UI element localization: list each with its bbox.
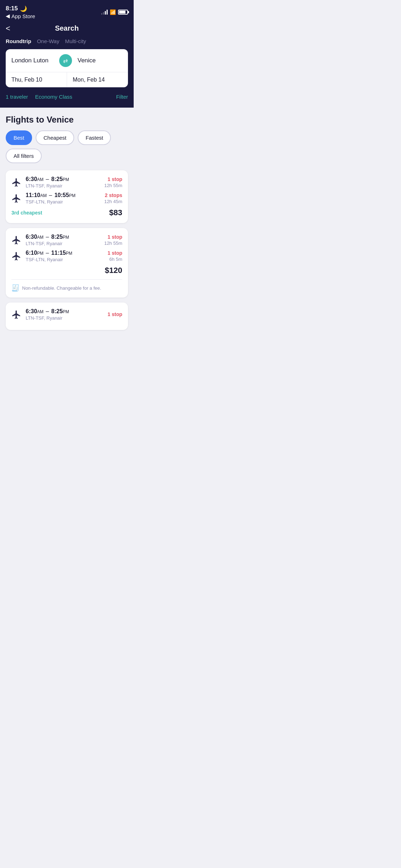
plane-icon bbox=[11, 177, 21, 187]
flight-time-1: 6:30AM – 8:25PM bbox=[26, 176, 104, 182]
sort-tabs: Best Cheapest Fastest All filters bbox=[6, 130, 128, 163]
stops-badge-3: 1 stop bbox=[104, 234, 122, 240]
sort-tab-allfilters[interactable]: All filters bbox=[6, 149, 42, 163]
flight-info-2: 11:10AM – 10:55PM TSF-LTN, Ryanair bbox=[26, 192, 104, 205]
flight-route-3: LTN-TSF, Ryanair bbox=[26, 241, 104, 246]
flight-leg-2: 11:10AM – 10:55PM TSF-LTN, Ryanair 2 sto… bbox=[11, 192, 122, 205]
price-1: $83 bbox=[109, 208, 122, 217]
flight-time-3: 6:30AM – 8:25PM bbox=[26, 234, 104, 240]
flight-leg-1: 6:30AM – 8:25PM LTN-TSF, Ryanair 1 stop … bbox=[11, 176, 122, 188]
travelers-selector[interactable]: 1 traveler bbox=[6, 94, 28, 100]
status-bar: 8:15 🌙 ◀ App Store 📶 bbox=[0, 0, 134, 21]
flight-time-2: 11:10AM – 10:55PM bbox=[26, 192, 104, 198]
header-nav: < Search bbox=[6, 24, 128, 32]
app-store-label: App Store bbox=[11, 13, 35, 19]
sort-tab-fastest[interactable]: Fastest bbox=[78, 130, 111, 145]
card-footer-1: 3rd cheapest $83 bbox=[11, 208, 122, 217]
flight-card-2[interactable]: 6:30AM – 8:25PM LTN-TSF, Ryanair 1 stop … bbox=[6, 228, 128, 298]
status-right: 📶 bbox=[101, 9, 128, 15]
flight-stops-5: 1 stop bbox=[108, 311, 122, 318]
flight-info-1: 6:30AM – 8:25PM LTN-TSF, Ryanair bbox=[26, 176, 104, 188]
flight-info-4: 6:10PM – 11:15PM TSF-LTN, Ryanair bbox=[26, 250, 108, 262]
flight-time-5: 6:30AM – 8:25PM bbox=[26, 308, 108, 315]
trip-type-tabs: Roundtrip One-Way Multi-city bbox=[6, 38, 128, 44]
back-chevron-icon: ◀ bbox=[6, 13, 10, 19]
section-title: Flights to Venice bbox=[6, 115, 128, 125]
from-airport-input[interactable]: London Luton bbox=[11, 57, 56, 64]
flight-info-5: 6:30AM – 8:25PM LTN-TSF, Ryanair bbox=[26, 308, 108, 321]
refund-note: 🧾 Non-refundable. Changeable for a fee. bbox=[11, 284, 122, 292]
stops-badge-1: 1 stop bbox=[104, 176, 122, 182]
back-button[interactable]: < bbox=[6, 24, 10, 33]
battery-icon bbox=[118, 10, 128, 15]
flight-duration-2: 12h 45m bbox=[104, 199, 122, 204]
tab-multicity[interactable]: Multi-city bbox=[65, 38, 86, 44]
tab-roundtrip[interactable]: Roundtrip bbox=[6, 38, 31, 44]
flight-leg-5: 6:30AM – 8:25PM LTN-TSF, Ryanair 1 stop bbox=[11, 308, 122, 321]
date-row: Thu, Feb 10 Mon, Feb 14 bbox=[6, 72, 128, 87]
price-section-2: $120 bbox=[11, 266, 122, 275]
moon-icon: 🌙 bbox=[20, 5, 27, 12]
sort-tab-cheapest[interactable]: Cheapest bbox=[36, 130, 74, 145]
flight-card-1[interactable]: 6:30AM – 8:25PM LTN-TSF, Ryanair 1 stop … bbox=[6, 170, 128, 223]
page-title: Search bbox=[55, 24, 79, 32]
flight-duration-3: 12h 55m bbox=[104, 241, 122, 246]
flight-leg-4: 6:10PM – 11:15PM TSF-LTN, Ryanair 1 stop… bbox=[11, 250, 122, 262]
filter-button[interactable]: Filter bbox=[116, 94, 128, 100]
stops-badge-5: 1 stop bbox=[108, 311, 122, 317]
main-content: Flights to Venice Best Cheapest Fastest … bbox=[0, 108, 134, 342]
flight-leg-3: 6:30AM – 8:25PM LTN-TSF, Ryanair 1 stop … bbox=[11, 234, 122, 246]
flight-time-4: 6:10PM – 11:15PM bbox=[26, 250, 108, 256]
cabin-class-selector[interactable]: Economy Class bbox=[35, 94, 72, 100]
flight-route-4: TSF-LTN, Ryanair bbox=[26, 257, 108, 262]
flight-route-5: LTN-TSF, Ryanair bbox=[26, 315, 108, 321]
depart-date-input[interactable]: Thu, Feb 10 bbox=[6, 72, 67, 87]
price-2: $120 bbox=[105, 266, 122, 275]
flight-duration-1: 12h 55m bbox=[104, 183, 122, 188]
plane-icon-3 bbox=[11, 235, 21, 245]
status-time: 8:15 bbox=[6, 5, 18, 12]
tab-oneway[interactable]: One-Way bbox=[37, 38, 60, 44]
card-divider bbox=[11, 279, 122, 280]
to-airport-input[interactable]: Venice bbox=[75, 57, 123, 64]
flight-stops-2: 2 stops 12h 45m bbox=[104, 192, 122, 204]
flight-stops-3: 1 stop 12h 55m bbox=[104, 234, 122, 246]
flight-route-1: LTN-TSF, Ryanair bbox=[26, 183, 104, 188]
airport-row: London Luton ⇄ Venice bbox=[6, 49, 128, 72]
return-date-input[interactable]: Mon, Feb 14 bbox=[67, 72, 128, 87]
filter-row: 1 traveler Economy Class Filter bbox=[6, 92, 128, 102]
swap-icon: ⇄ bbox=[63, 57, 68, 64]
flight-stops-1: 1 stop 12h 55m bbox=[104, 176, 122, 188]
plane-icon-5 bbox=[11, 310, 21, 320]
search-fields: London Luton ⇄ Venice Thu, Feb 10 Mon, F… bbox=[6, 49, 128, 87]
header: < Search Roundtrip One-Way Multi-city Lo… bbox=[0, 21, 134, 108]
status-left: 8:15 🌙 ◀ App Store bbox=[6, 5, 35, 19]
plane-icon-2 bbox=[11, 193, 21, 203]
flight-card-3[interactable]: 6:30AM – 8:25PM LTN-TSF, Ryanair 1 stop bbox=[6, 303, 128, 330]
flight-duration-4: 6h 5m bbox=[108, 257, 122, 262]
flight-info-3: 6:30AM – 8:25PM LTN-TSF, Ryanair bbox=[26, 234, 104, 246]
plane-icon-4 bbox=[11, 251, 21, 261]
status-store[interactable]: ◀ App Store bbox=[6, 13, 35, 19]
swap-airports-button[interactable]: ⇄ bbox=[59, 54, 72, 67]
flight-stops-4: 1 stop 6h 5m bbox=[108, 250, 122, 262]
signal-bars-icon bbox=[101, 10, 108, 15]
refund-text: Non-refundable. Changeable for a fee. bbox=[22, 285, 101, 291]
sort-tab-best[interactable]: Best bbox=[6, 130, 32, 145]
wifi-icon: 📶 bbox=[110, 9, 116, 15]
refund-icon: 🧾 bbox=[11, 284, 19, 292]
flight-route-2: TSF-LTN, Ryanair bbox=[26, 199, 104, 205]
stops-badge-4: 1 stop bbox=[108, 250, 122, 256]
cheapest-label-1: 3rd cheapest bbox=[11, 210, 42, 216]
stops-badge-2: 2 stops bbox=[104, 192, 122, 198]
